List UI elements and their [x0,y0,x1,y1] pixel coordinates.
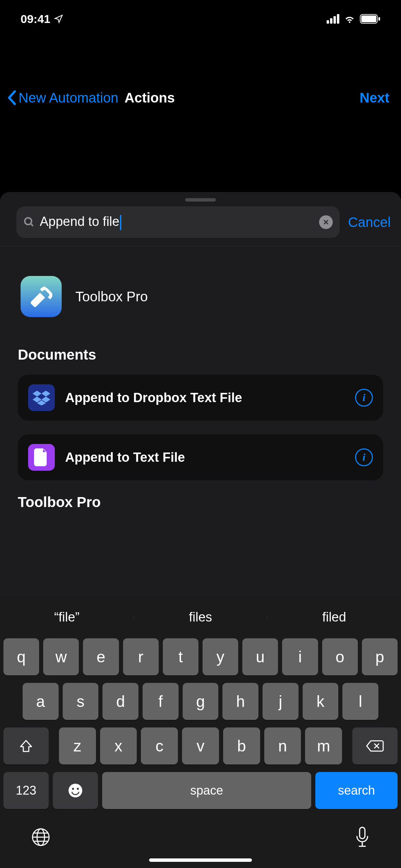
emoji-icon [67,782,84,799]
key-q[interactable]: q [3,638,39,675]
key-g[interactable]: g [183,683,219,720]
key-l[interactable]: l [342,683,378,720]
key-d[interactable]: d [102,683,138,720]
search-input[interactable]: Append to file [16,206,340,238]
action-label: Append to Dropbox Text File [65,390,345,405]
key-f[interactable]: f [143,683,179,720]
shift-icon [19,738,34,754]
key-j[interactable]: j [263,683,299,720]
backspace-icon [366,739,384,752]
nav-header: New Automation Actions Next [0,75,401,120]
action-append-dropbox[interactable]: Append to Dropbox Text File i [18,375,383,421]
key-n[interactable]: n [264,727,301,764]
search-icon [23,216,35,228]
key-m[interactable]: m [305,727,342,764]
signal-icon [327,14,339,24]
globe-icon[interactable] [31,827,51,847]
home-indicator[interactable] [149,858,252,862]
info-button[interactable]: i [355,448,373,466]
back-label: New Automation [19,90,118,106]
search-value: Append to file [40,214,119,229]
battery-icon [360,14,380,24]
search-sheet: Append to file Cancel Toolbox Pro Docume… [0,192,401,868]
key-e[interactable]: e [83,638,119,675]
clear-search-button[interactable] [319,215,333,229]
action-label: Append to Text File [65,450,345,465]
section-title-documents: Documents [18,347,383,363]
key-i[interactable]: i [282,638,318,675]
suggestion[interactable]: filed [267,610,401,625]
key-c[interactable]: c [141,727,178,764]
svg-line-4 [31,224,33,226]
key-y[interactable]: y [203,638,238,675]
status-bar: 09:41 [0,0,401,38]
key-t[interactable]: t [163,638,198,675]
dropbox-app-icon [28,384,55,411]
text-caret [120,215,121,230]
cancel-button[interactable]: Cancel [348,215,391,230]
info-button[interactable]: i [355,389,373,407]
page-title: Actions [124,90,175,106]
space-key[interactable]: space [102,772,311,809]
app-label: Toolbox Pro [75,289,148,304]
search-key[interactable]: search [315,772,398,809]
delete-key[interactable] [352,727,398,764]
svg-rect-1 [361,15,376,22]
key-r[interactable]: r [123,638,159,675]
suggestion[interactable]: “file” [0,610,134,625]
section-title-toolbox: Toolbox Pro [18,494,383,510]
suggestion[interactable]: files [134,610,267,625]
key-u[interactable]: u [242,638,278,675]
x-icon [323,219,329,226]
key-p[interactable]: p [362,638,398,675]
keyboard: “file” files filed qwertyuiop asdfghjkl … [0,596,401,868]
hammer-icon [28,283,54,310]
svg-rect-2 [378,17,380,21]
dropbox-icon [33,390,50,406]
keyboard-suggestions: “file” files filed [0,600,401,634]
key-x[interactable]: x [100,727,137,764]
emoji-key[interactable] [53,772,98,809]
svg-rect-15 [360,827,365,839]
app-result-toolbox[interactable]: Toolbox Pro [18,246,383,347]
sheet-grabber[interactable] [185,198,216,202]
back-button[interactable]: New Automation [7,90,118,106]
key-z[interactable]: z [59,727,96,764]
next-button[interactable]: Next [360,90,389,106]
wifi-icon [343,14,356,24]
svg-point-11 [77,788,79,790]
svg-point-9 [69,784,82,797]
status-time: 09:41 [21,12,50,26]
mic-icon[interactable] [354,827,370,848]
file-icon [34,448,49,466]
key-o[interactable]: o [322,638,358,675]
key-w[interactable]: w [43,638,79,675]
numeric-key[interactable]: 123 [3,772,49,809]
chevron-left-icon [7,90,16,105]
location-icon [54,14,63,24]
shift-key[interactable] [3,727,49,764]
svg-point-10 [72,788,74,790]
key-s[interactable]: s [63,683,99,720]
svg-point-3 [25,218,32,225]
key-a[interactable]: a [23,683,59,720]
toolbox-pro-app-icon [21,276,62,317]
action-append-textfile[interactable]: Append to Text File i [18,434,383,480]
textfile-app-icon [28,444,55,471]
key-k[interactable]: k [303,683,339,720]
key-v[interactable]: v [182,727,219,764]
key-h[interactable]: h [222,683,258,720]
key-b[interactable]: b [223,727,260,764]
